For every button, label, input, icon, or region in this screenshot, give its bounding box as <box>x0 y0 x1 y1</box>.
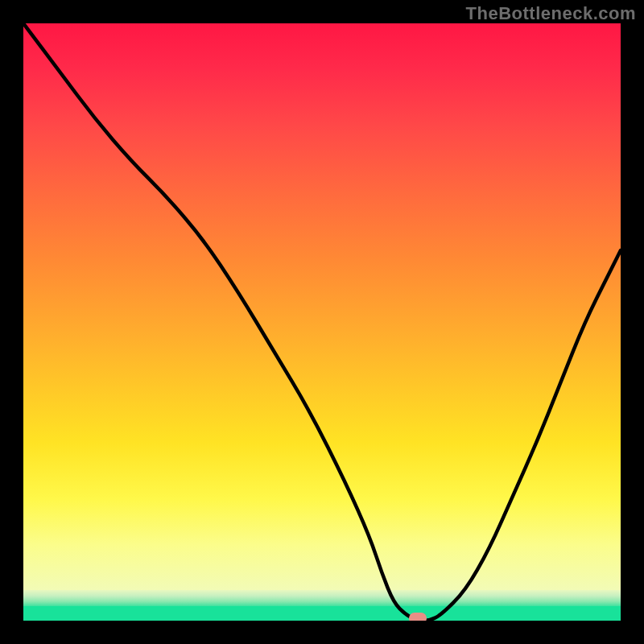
bottleneck-curve <box>23 23 621 621</box>
watermark-text: TheBottleneck.com <box>466 3 636 24</box>
sweet-spot-marker <box>409 613 427 621</box>
plot-area <box>23 23 621 621</box>
chart-frame: TheBottleneck.com <box>0 0 644 644</box>
